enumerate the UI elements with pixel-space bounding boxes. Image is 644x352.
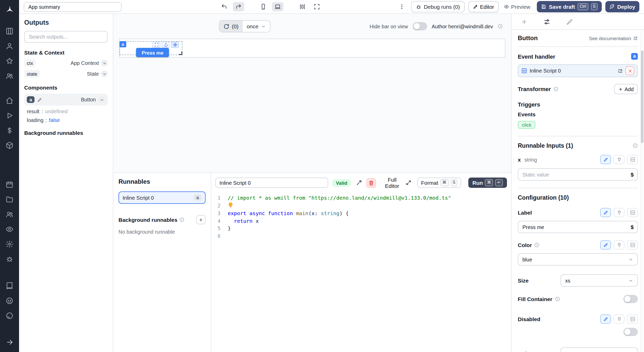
- windmill-logo[interactable]: [4, 4, 15, 15]
- canvas[interactable]: a Press me: [113, 39, 511, 172]
- color-connect-button[interactable]: [614, 240, 624, 250]
- code-editor[interactable]: 1// import * as wmill from "https://deno…: [211, 192, 511, 352]
- fill-container-title: Fill Container: [518, 296, 552, 302]
- template-toggle[interactable]: $: [627, 169, 637, 180]
- format-label: Format: [421, 180, 438, 186]
- anchor-handle-icon[interactable]: [162, 42, 170, 48]
- label-value-input[interactable]: [518, 221, 627, 233]
- star-icon[interactable]: [5, 57, 14, 65]
- remove-script-button[interactable]: [625, 66, 634, 75]
- full-editor-button[interactable]: Full Editor: [380, 177, 411, 189]
- deploy-button[interactable]: Deploy: [605, 1, 639, 12]
- move-handle-icon[interactable]: [171, 42, 179, 48]
- delete-script-button[interactable]: [366, 178, 376, 188]
- format-button[interactable]: Format ⌘ S: [418, 178, 461, 188]
- cube-icon[interactable]: [5, 141, 14, 149]
- editor-mode-button[interactable]: Editor: [468, 1, 499, 12]
- runnable-item-inline-script-0[interactable]: Inline Script 0 a: [118, 191, 206, 204]
- settings-scrollbar[interactable]: [640, 30, 644, 352]
- debug-runs-button[interactable]: Debug runs (0): [411, 1, 464, 12]
- component-selection[interactable]: a Press me: [120, 41, 182, 55]
- add-transformer-button[interactable]: Add: [614, 84, 638, 94]
- code-line[interactable]: 5}: [211, 225, 511, 232]
- expand-sidebar-button[interactable]: [6, 339, 13, 346]
- tab-component-settings[interactable]: [543, 17, 551, 26]
- component-output-row[interactable]: a Button: [24, 94, 108, 105]
- script-name-input[interactable]: [215, 178, 328, 188]
- lightbulb-icon[interactable]: [228, 202, 233, 208]
- script-icon: [521, 68, 527, 74]
- hide-bar-toggle[interactable]: [413, 22, 427, 30]
- static-value-input[interactable]: [518, 169, 627, 180]
- play-icon[interactable]: [5, 111, 14, 119]
- resize-handle[interactable]: [179, 51, 182, 55]
- fullscreen-button[interactable]: [311, 2, 323, 11]
- home-icon[interactable]: [5, 96, 14, 104]
- tab-insert-component[interactable]: [520, 17, 528, 26]
- app-canvas-region: (0) once Hide bar on view Author henri@w…: [113, 14, 511, 352]
- preview-mode-button[interactable]: Preview: [501, 1, 533, 12]
- color-eval-button[interactable]: [627, 240, 638, 250]
- book-icon[interactable]: [5, 281, 14, 290]
- label-connect-button[interactable]: [614, 208, 624, 217]
- size-select[interactable]: xs: [561, 274, 638, 287]
- open-script-button[interactable]: [618, 68, 623, 73]
- disabled-connect-button[interactable]: [614, 314, 624, 324]
- add-background-runnable-button[interactable]: +: [196, 215, 206, 224]
- before-icon-select[interactable]: [561, 347, 638, 352]
- disabled-toggle[interactable]: [623, 328, 638, 336]
- schedule-dropdown[interactable]: once: [243, 21, 270, 32]
- center-content-button[interactable]: [297, 2, 308, 11]
- edit-id-icon[interactable]: [37, 97, 43, 102]
- see-documentation-link[interactable]: See documentation: [589, 35, 638, 41]
- expand-handle-icon[interactable]: [152, 42, 160, 48]
- connect-input-mode-button[interactable]: [614, 155, 624, 164]
- code-line[interactable]: 2: [211, 202, 511, 210]
- refresh-button[interactable]: (0): [219, 21, 243, 32]
- tab-styling[interactable]: [565, 17, 573, 26]
- eye-icon[interactable]: [5, 225, 14, 233]
- discord-icon[interactable]: [5, 296, 14, 305]
- app-summary-input[interactable]: [24, 2, 122, 12]
- save-draft-button[interactable]: Save draft Ctrl S: [537, 1, 602, 12]
- button-component[interactable]: Press me: [136, 48, 169, 57]
- more-options-button[interactable]: [396, 2, 407, 11]
- eval-input-mode-button[interactable]: [627, 155, 638, 164]
- users-icon[interactable]: [5, 72, 14, 80]
- disabled-eval-button[interactable]: [627, 314, 638, 324]
- gear-icon[interactable]: [5, 240, 14, 248]
- code-line[interactable]: 4 return x: [211, 217, 511, 225]
- code-line[interactable]: 3export async function main(x: string) {: [211, 210, 511, 217]
- event-handler-script-row[interactable]: Inline Script 0: [518, 64, 638, 77]
- label-eval-button[interactable]: [627, 208, 638, 217]
- mobile-view-button[interactable]: [258, 2, 269, 11]
- bug-icon[interactable]: [5, 255, 14, 263]
- code-line[interactable]: 1// import * as wmill from "https://deno…: [211, 195, 511, 202]
- folder-icon[interactable]: [5, 195, 14, 203]
- search-outputs-input[interactable]: [24, 31, 108, 43]
- calendar-icon[interactable]: [5, 180, 14, 188]
- static-input-mode-button[interactable]: [600, 155, 611, 164]
- size-field: Size xs: [518, 274, 638, 287]
- state-output-row[interactable]: state State: [24, 70, 108, 78]
- redo-button[interactable]: [233, 2, 244, 11]
- run-button[interactable]: Run ⌘ ↵: [468, 178, 507, 188]
- desktop-view-button[interactable]: [272, 2, 283, 11]
- scrollbar-thumb[interactable]: [641, 50, 643, 143]
- color-select[interactable]: blue: [518, 253, 638, 266]
- template-toggle[interactable]: $: [627, 221, 637, 233]
- color-static-button[interactable]: [600, 240, 611, 250]
- label-static-button[interactable]: [600, 208, 611, 217]
- team-icon[interactable]: [5, 210, 14, 218]
- user-icon[interactable]: [5, 42, 14, 50]
- github-icon[interactable]: [5, 311, 14, 320]
- undo-button[interactable]: [218, 2, 230, 11]
- fill-container-toggle[interactable]: [623, 295, 638, 303]
- expand-icon: [406, 180, 411, 185]
- ctx-output-row[interactable]: ctx App Context: [24, 59, 108, 67]
- ai-assistant-button[interactable]: [356, 180, 362, 186]
- code-line[interactable]: 6: [211, 232, 511, 240]
- dollar-icon[interactable]: [5, 126, 14, 134]
- disabled-static-button[interactable]: [600, 314, 611, 324]
- columns-icon[interactable]: [5, 27, 14, 35]
